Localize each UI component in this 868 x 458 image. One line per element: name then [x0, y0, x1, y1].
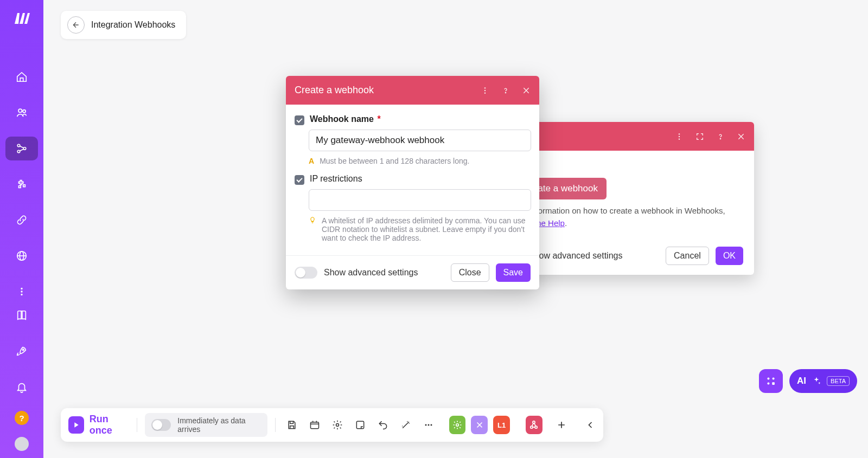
map-toggle-webhook-name[interactable] [295, 115, 304, 125]
webhook-name-hint: Must be between 1 and 128 characters lon… [320, 157, 469, 165]
svg-point-29 [767, 377, 769, 379]
svg-point-0 [18, 109, 22, 112]
svg-point-24 [431, 424, 432, 426]
advanced-settings-label: Show advanced settings [324, 268, 418, 278]
nav-group-top [5, 65, 38, 304]
collapse-button[interactable] [585, 420, 596, 430]
svg-point-30 [773, 377, 775, 379]
svg-point-9 [21, 294, 22, 295]
ai-label: AI [797, 376, 806, 386]
ai-button[interactable]: AI BETA [789, 369, 857, 393]
svg-point-22 [425, 424, 427, 426]
divider [137, 418, 137, 432]
create-webhook-modal: Create a webhook Webhook name * A Must b… [286, 76, 539, 289]
svg-point-14 [720, 138, 720, 139]
play-icon [68, 416, 84, 434]
ok-button[interactable]: OK [716, 247, 743, 265]
module-chip-l1[interactable]: L1 [493, 416, 510, 434]
settings-icon[interactable] [332, 420, 343, 430]
magic-icon[interactable] [400, 420, 411, 430]
sparkle-icon [812, 376, 821, 386]
nav-team[interactable] [5, 101, 38, 125]
lightbulb-icon [309, 216, 316, 224]
help-icon[interactable] [716, 132, 725, 141]
svg-point-31 [767, 383, 769, 385]
beta-badge: BETA [827, 376, 850, 386]
back-advanced-label: Show advanced settings [528, 251, 622, 261]
add-module-button[interactable] [556, 420, 567, 430]
svg-point-8 [21, 291, 22, 292]
svg-rect-32 [772, 382, 775, 385]
notes-icon[interactable] [355, 420, 366, 430]
back-button[interactable] [67, 16, 85, 34]
advanced-settings-toggle[interactable] [295, 267, 317, 279]
module-chip-sheets[interactable] [449, 416, 466, 434]
close-icon[interactable] [737, 132, 745, 141]
kebab-icon[interactable] [675, 132, 684, 141]
svg-point-12 [679, 136, 680, 137]
run-once-label: Run once [90, 414, 130, 436]
nav-notifications[interactable] [5, 375, 38, 399]
ip-restrictions-label: IP restrictions [310, 174, 362, 185]
nav-rocket[interactable] [5, 339, 38, 363]
close-button[interactable]: Close [451, 263, 489, 282]
app-logo[interactable] [11, 10, 33, 27]
webhook-name-input[interactable] [309, 130, 531, 151]
ip-restrictions-hint: A whitelist of IP addresses delimited by… [322, 216, 531, 242]
nav-home[interactable] [5, 65, 38, 89]
svg-point-18 [505, 92, 506, 93]
svg-point-20 [336, 424, 339, 427]
save-icon[interactable] [286, 420, 297, 430]
svg-point-11 [679, 133, 680, 134]
breadcrumb-label: Integration Webhooks [91, 20, 175, 30]
svg-rect-21 [357, 421, 364, 428]
module-chip-webhook[interactable] [526, 416, 542, 434]
svg-point-25 [456, 424, 459, 427]
svg-point-1 [23, 110, 25, 113]
warning-icon: A [309, 157, 314, 165]
floating-actions: AI BETA [759, 369, 857, 393]
save-button[interactable]: Save [496, 263, 531, 282]
svg-point-7 [21, 288, 22, 289]
ip-restrictions-input[interactable] [309, 189, 531, 211]
webhook-name-label: Webhook name * [310, 114, 381, 125]
svg-point-10 [22, 349, 24, 351]
nav-apps[interactable] [5, 172, 38, 196]
bottom-toolbar: Run once Immediately as data arrives L1 [61, 408, 603, 442]
nav-more[interactable] [5, 280, 38, 304]
help-icon[interactable] [501, 86, 510, 95]
schedule-icon[interactable] [309, 420, 320, 430]
svg-point-15 [484, 87, 486, 88]
sidebar: ? [0, 0, 43, 458]
user-avatar[interactable] [15, 437, 29, 451]
undo-icon[interactable] [378, 420, 388, 430]
nav-webhooks[interactable] [5, 244, 38, 268]
svg-point-17 [484, 92, 486, 93]
nav-connections[interactable] [5, 208, 38, 232]
svg-rect-19 [311, 422, 319, 429]
layout-button[interactable] [759, 369, 783, 393]
close-icon[interactable] [522, 86, 531, 95]
run-once-button[interactable]: Run once [68, 414, 129, 436]
expand-icon[interactable] [695, 132, 704, 141]
svg-point-16 [484, 89, 486, 91]
help-badge[interactable]: ? [15, 411, 29, 425]
more-icon[interactable] [423, 420, 434, 430]
schedule-toggle[interactable] [151, 419, 171, 431]
nav-docs[interactable] [5, 304, 38, 327]
divider [275, 418, 276, 432]
schedule-label: Immediately as data arrives [177, 416, 261, 434]
nav-group-bottom: ? [5, 304, 38, 458]
breadcrumb: Integration Webhooks [61, 11, 186, 39]
svg-point-23 [428, 424, 430, 426]
create-webhook-modal-header[interactable]: Create a webhook [286, 76, 539, 105]
create-webhook-modal-title: Create a webhook [295, 85, 374, 96]
schedule-group: Immediately as data arrives [145, 413, 267, 437]
svg-point-13 [679, 138, 680, 139]
cancel-button[interactable]: Cancel [666, 247, 709, 265]
module-chip-tools[interactable] [471, 416, 488, 434]
nav-scenarios[interactable] [5, 137, 38, 160]
map-toggle-ip[interactable] [295, 175, 304, 185]
kebab-icon[interactable] [481, 86, 489, 95]
